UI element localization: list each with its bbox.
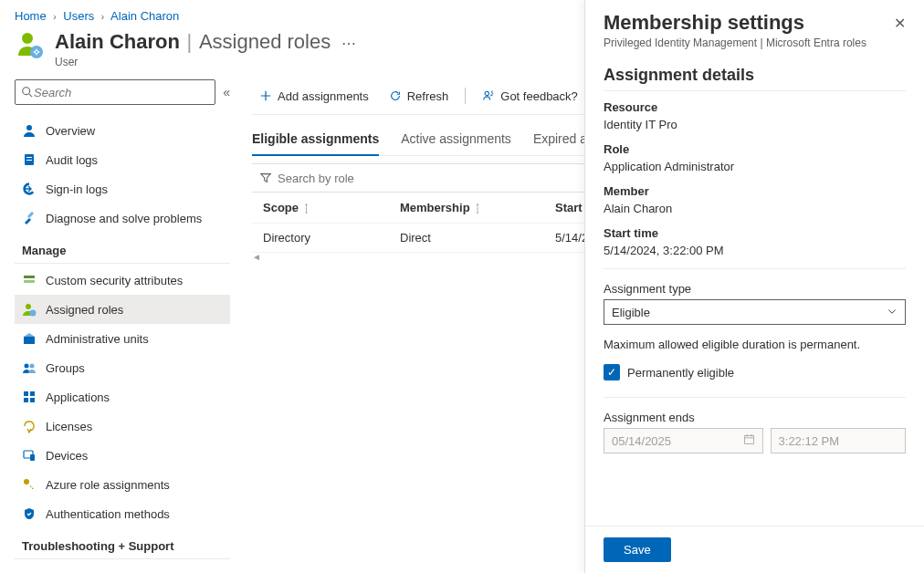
svg-rect-12 <box>24 337 35 344</box>
apps-icon <box>22 390 37 404</box>
sidebar-item-audit-logs[interactable]: Audit logs <box>15 145 230 174</box>
svg-rect-18 <box>30 398 35 402</box>
tab-active[interactable]: Active assignments <box>401 126 511 155</box>
svg-point-10 <box>26 304 31 309</box>
column-membership[interactable]: Membership ↑↓ <box>389 201 544 214</box>
sidebar-item-label: Licenses <box>46 420 92 433</box>
sidebar-item-label: Groups <box>46 361 85 375</box>
sort-icon: ↑↓ <box>304 203 309 213</box>
svg-rect-17 <box>24 398 28 402</box>
svg-line-3 <box>29 94 33 98</box>
sidebar-item-applications[interactable]: Applications <box>15 382 230 412</box>
sidebar-item-auth-methods[interactable]: Authentication methods <box>15 499 230 528</box>
panel-title: Membership settings <box>604 11 866 35</box>
breadcrumb-home[interactable]: Home <box>15 9 47 23</box>
chevron-down-icon <box>887 306 898 319</box>
svg-point-1 <box>30 46 43 58</box>
sidebar-item-label: Applications <box>46 391 110 404</box>
duration-hint: Maximum allowed eligible duration is per… <box>604 338 906 351</box>
membership-settings-panel: Membership settings Privileged Identity … <box>584 0 924 573</box>
filter-icon <box>259 172 272 184</box>
tools-icon <box>22 211 37 225</box>
role-value: Application Administrator <box>604 160 906 173</box>
sidebar-section-manage: Manage <box>15 233 230 264</box>
svg-point-4 <box>26 125 32 130</box>
sidebar-item-assigned-roles[interactable]: Assigned roles <box>15 295 230 324</box>
start-time-label: Start time <box>604 226 906 240</box>
member-label: Member <box>604 184 906 198</box>
clipboard-icon <box>22 152 37 167</box>
add-assignments-button[interactable]: Add assignments <box>252 86 376 107</box>
scroll-left-icon[interactable]: ◄ <box>252 252 261 262</box>
svg-rect-15 <box>24 391 28 396</box>
end-time-input[interactable]: 3:22:12 PM <box>771 428 906 453</box>
breadcrumb-users[interactable]: Users <box>63 9 94 23</box>
assignment-type-label: Assignment type <box>604 282 906 296</box>
sidebar-item-label: Authentication methods <box>46 507 170 521</box>
groups-icon <box>22 360 37 375</box>
sidebar-item-label: Audit logs <box>46 153 98 167</box>
svg-point-13 <box>25 364 29 369</box>
section-assignment-details: Assignment details <box>604 66 906 91</box>
calendar-icon <box>743 433 755 448</box>
sidebar-item-label: Diagnose and solve problems <box>46 212 202 225</box>
end-date-value: 05/14/2025 <box>612 434 671 448</box>
feedback-button[interactable]: Got feedback? <box>475 86 585 107</box>
close-icon[interactable]: ✕ <box>894 11 906 32</box>
svg-point-2 <box>23 88 30 95</box>
sort-icon: ↑↓ <box>476 203 480 213</box>
sidebar-item-label: Custom security attributes <box>46 274 183 287</box>
save-button[interactable]: Save <box>604 537 671 562</box>
column-scope[interactable]: Scope ↑↓ <box>252 201 389 214</box>
signin-icon <box>22 182 37 196</box>
breadcrumb-current[interactable]: Alain Charon <box>110 9 179 23</box>
sidebar-item-label: Overview <box>46 124 95 138</box>
member-value: Alain Charon <box>604 202 906 215</box>
sidebar-item-overview[interactable]: Overview <box>15 116 230 145</box>
sidebar-section-troubleshoot: Troubleshooting + Support <box>15 528 230 559</box>
end-time-value: 3:22:12 PM <box>779 434 840 448</box>
sidebar-item-licenses[interactable]: Licenses <box>15 412 230 441</box>
sidebar-item-custom-security[interactable]: Custom security attributes <box>15 266 230 295</box>
end-date-input[interactable]: 05/14/2025 <box>604 428 763 453</box>
more-actions-icon[interactable]: ⋯ <box>341 36 356 51</box>
sidebar-item-groups[interactable]: Groups <box>15 353 230 382</box>
svg-rect-8 <box>24 276 35 278</box>
security-attr-icon <box>22 273 37 287</box>
svg-rect-6 <box>26 157 32 158</box>
start-time-value: 5/14/2024, 3:22:00 PM <box>604 244 906 257</box>
assignment-type-dropdown[interactable]: Eligible <box>604 299 906 325</box>
sidebar-item-label: Assigned roles <box>46 303 123 317</box>
svg-point-0 <box>22 33 33 44</box>
permanently-eligible-checkbox[interactable]: ✓ Permanently eligible <box>604 364 906 380</box>
search-icon <box>21 86 34 99</box>
key-icon <box>22 477 37 492</box>
svg-point-11 <box>30 310 37 317</box>
permanently-eligible-label: Permanently eligible <box>627 366 734 380</box>
cell-scope: Directory <box>252 231 389 245</box>
svg-rect-9 <box>24 280 35 283</box>
sidebar-item-devices[interactable]: Devices <box>15 441 230 470</box>
role-label: Role <box>604 142 906 156</box>
svg-rect-16 <box>30 391 35 396</box>
sidebar-search-input[interactable] <box>34 86 209 99</box>
plus-icon <box>259 89 272 102</box>
sidebar-item-diagnose[interactable]: Diagnose and solve problems <box>15 203 230 233</box>
collapse-sidebar-icon[interactable]: « <box>223 85 230 99</box>
cell-membership: Direct <box>389 231 544 245</box>
sidebar-item-signin-logs[interactable]: Sign-in logs <box>15 174 230 203</box>
sidebar-item-azure-roles[interactable]: Azure role assignments <box>15 470 230 499</box>
refresh-button[interactable]: Refresh <box>382 86 457 107</box>
svg-point-22 <box>485 91 488 95</box>
shield-icon <box>22 506 37 521</box>
tab-eligible[interactable]: Eligible assignments <box>252 126 379 155</box>
page-title: Assigned roles <box>199 30 331 53</box>
assignment-type-value: Eligible <box>612 306 650 319</box>
user-type-label: User <box>55 56 356 68</box>
license-icon <box>22 419 37 433</box>
svg-rect-23 <box>744 435 753 443</box>
sidebar-item-admin-units[interactable]: Administrative units <box>15 324 230 353</box>
page-user-name: Alain Charon <box>55 30 180 53</box>
sidebar-search[interactable] <box>15 79 215 105</box>
assignment-ends-label: Assignment ends <box>604 411 906 424</box>
